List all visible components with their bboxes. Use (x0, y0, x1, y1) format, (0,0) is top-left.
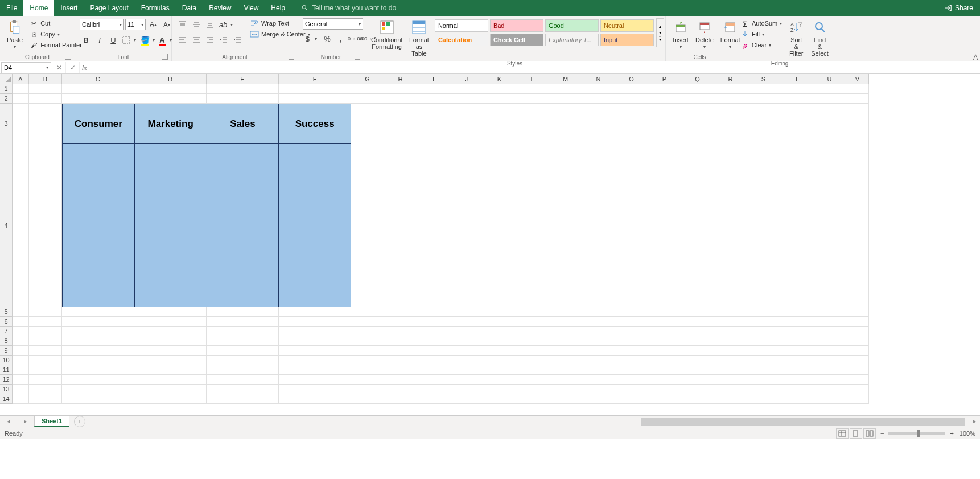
cell[interactable] (483, 94, 516, 104)
column-header[interactable]: A (13, 74, 29, 84)
number-format-select[interactable]: General▾ (303, 18, 363, 30)
cell[interactable] (384, 94, 417, 104)
cell[interactable] (417, 143, 450, 307)
cell[interactable] (417, 307, 450, 317)
cell[interactable] (134, 336, 207, 346)
row-header[interactable]: 13 (0, 385, 13, 394)
cell[interactable] (29, 317, 62, 327)
collapse-ribbon-button[interactable]: ⋀ (973, 53, 978, 60)
cell[interactable] (13, 365, 29, 375)
cell[interactable] (13, 94, 29, 104)
cell[interactable] (681, 317, 714, 327)
cell[interactable] (747, 346, 780, 356)
cell[interactable] (846, 394, 869, 404)
cell[interactable] (549, 307, 582, 317)
column-header[interactable]: L (516, 74, 549, 84)
dialog-launcher-icon[interactable] (65, 54, 71, 60)
cell[interactable] (29, 385, 62, 394)
cell[interactable] (351, 375, 384, 385)
cell[interactable] (207, 356, 279, 365)
cell[interactable] (279, 317, 351, 327)
cell[interactable] (134, 317, 207, 327)
cell[interactable] (483, 84, 516, 94)
column-header[interactable]: G (351, 74, 384, 84)
cell[interactable] (846, 365, 869, 375)
cell[interactable] (483, 336, 516, 346)
cell[interactable] (615, 327, 648, 336)
cell[interactable] (450, 143, 483, 307)
cell[interactable] (279, 365, 351, 375)
column-header[interactable]: F (279, 74, 351, 84)
cell[interactable] (13, 317, 29, 327)
cell[interactable] (747, 327, 780, 336)
cell[interactable] (714, 365, 747, 375)
cell[interactable] (62, 375, 134, 385)
cell[interactable] (714, 94, 747, 104)
cell[interactable] (714, 385, 747, 394)
cell[interactable] (351, 365, 384, 375)
cell[interactable] (483, 317, 516, 327)
cell[interactable] (62, 84, 134, 94)
cell[interactable] (450, 307, 483, 317)
table-body-cell[interactable] (63, 144, 134, 307)
cell[interactable] (29, 375, 62, 385)
cell[interactable] (615, 346, 648, 356)
sheet-tab[interactable]: Sheet1 (34, 416, 69, 427)
cell[interactable] (648, 394, 681, 404)
tab-review[interactable]: Review (203, 0, 237, 16)
cell[interactable] (549, 327, 582, 336)
row-header[interactable]: 6 (0, 317, 13, 327)
cell[interactable] (279, 385, 351, 394)
cell[interactable] (29, 356, 62, 365)
cell[interactable] (483, 104, 516, 143)
bold-button[interactable]: B (80, 34, 92, 46)
cell[interactable] (681, 327, 714, 336)
scroll-right-button[interactable]: ▸ (970, 418, 980, 425)
cell[interactable] (29, 104, 62, 143)
conditional-formatting-button[interactable]: Conditional Formatting (369, 18, 405, 51)
cell[interactable] (134, 356, 207, 365)
cell[interactable] (483, 143, 516, 307)
cell[interactable] (846, 385, 869, 394)
cell[interactable] (483, 346, 516, 356)
cell[interactable] (516, 394, 549, 404)
cell[interactable] (483, 375, 516, 385)
cell[interactable] (516, 327, 549, 336)
table-body-cell[interactable] (279, 144, 351, 307)
cell[interactable] (582, 104, 615, 143)
cell[interactable] (516, 356, 549, 365)
cell[interactable] (13, 307, 29, 317)
cell[interactable] (780, 365, 813, 375)
cell[interactable] (62, 385, 134, 394)
cell[interactable] (747, 94, 780, 104)
cell[interactable] (207, 327, 279, 336)
cell[interactable] (516, 307, 549, 317)
cell[interactable] (450, 375, 483, 385)
cell[interactable] (846, 356, 869, 365)
orientation-button[interactable]: ab▾ (217, 18, 234, 31)
cell[interactable] (279, 84, 351, 94)
cell[interactable] (648, 327, 681, 336)
cell[interactable] (417, 327, 450, 336)
cell[interactable] (384, 336, 417, 346)
cell[interactable] (207, 307, 279, 317)
table-header-cell[interactable]: Marketing (135, 104, 207, 144)
column-header[interactable]: Q (681, 74, 714, 84)
cell[interactable] (615, 336, 648, 346)
cell[interactable] (516, 385, 549, 394)
cell[interactable] (417, 317, 450, 327)
cell[interactable] (582, 317, 615, 327)
cell[interactable] (648, 385, 681, 394)
cell[interactable] (516, 143, 549, 307)
cell[interactable] (384, 346, 417, 356)
cell[interactable] (549, 336, 582, 346)
cell[interactable] (813, 104, 846, 143)
cell[interactable] (846, 327, 869, 336)
cell[interactable] (615, 365, 648, 375)
italic-button[interactable]: I (93, 34, 106, 46)
cell[interactable] (648, 143, 681, 307)
cell[interactable] (450, 327, 483, 336)
cell[interactable] (29, 94, 62, 104)
cell[interactable] (747, 104, 780, 143)
cell[interactable] (279, 394, 351, 404)
